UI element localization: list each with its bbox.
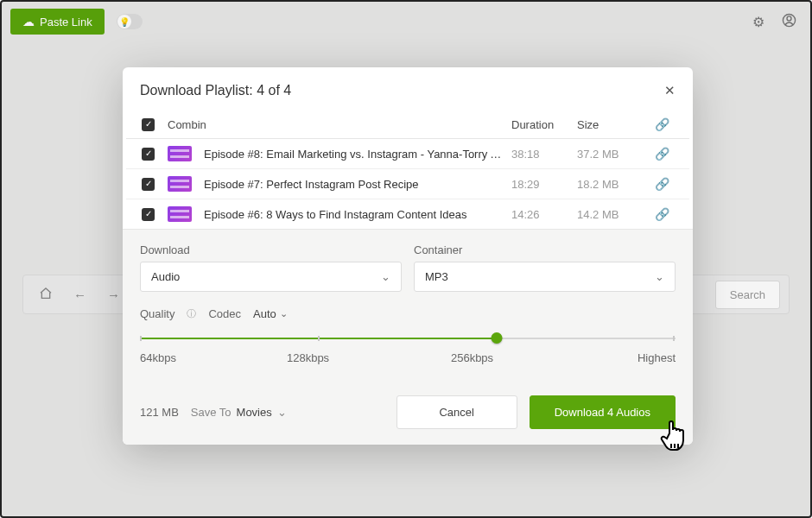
track-title: Episode #6: 8 Ways to Find Instagram Con… xyxy=(204,208,506,221)
cancel-button[interactable]: Cancel xyxy=(396,395,517,429)
modal-header: Download Playlist: 4 of 4 ✕ xyxy=(123,67,693,111)
track-checkbox[interactable]: ✓ xyxy=(142,148,155,161)
track-duration: 38:18 xyxy=(511,148,572,161)
column-title: Combin xyxy=(168,118,506,131)
track-checkbox[interactable]: ✓ xyxy=(142,178,155,191)
track-thumbnail xyxy=(168,206,192,222)
total-size: 121 MB xyxy=(140,406,179,419)
quality-label: Quality xyxy=(140,307,174,320)
app-window: ☁ Paste Link 💡 ⚙ ← → ⟳ Search Download P… xyxy=(0,0,812,518)
track-row: ✓ Episode #8: Email Marketing vs. Instag… xyxy=(126,139,689,169)
download-type-select[interactable]: Audio ⌄ xyxy=(140,262,402,292)
save-to-value: Movies xyxy=(237,406,272,419)
select-all-checkbox[interactable]: ✓ xyxy=(142,118,155,131)
cancel-label: Cancel xyxy=(439,406,473,419)
info-icon[interactable]: ⓘ xyxy=(187,307,196,320)
track-row: ✓ Episode #7: Perfect Instagram Post Rec… xyxy=(126,169,689,199)
container-value: MP3 xyxy=(425,270,448,283)
download-button-label: Download 4 Audios xyxy=(555,406,650,419)
chevron-down-icon: ⌄ xyxy=(381,270,390,283)
codec-select[interactable]: Auto ⌄ xyxy=(253,307,288,320)
download-type-label: Download xyxy=(140,243,402,256)
container-label: Container xyxy=(414,243,676,256)
slider-mark: 128kbps xyxy=(287,351,472,364)
slider-mark: Highest xyxy=(638,351,676,364)
codec-value: Auto xyxy=(253,307,276,320)
download-type-value: Audio xyxy=(151,270,180,283)
track-link-icon[interactable]: 🔗 xyxy=(650,147,674,161)
download-button[interactable]: Download 4 Audios xyxy=(530,395,676,429)
column-duration: Duration xyxy=(511,118,572,131)
modal-title: Download Playlist: 4 of 4 xyxy=(140,83,291,98)
column-size: Size xyxy=(577,118,644,131)
track-thumbnail xyxy=(168,176,192,192)
chevron-down-icon: ⌄ xyxy=(655,270,664,283)
track-checkbox[interactable]: ✓ xyxy=(142,208,155,221)
chevron-down-icon: ⌄ xyxy=(277,406,287,419)
track-title: Episode #7: Perfect Instagram Post Recip… xyxy=(204,178,506,191)
track-list-header: ✓ Combin Duration Size 🔗 xyxy=(126,111,689,139)
track-duration: 18:29 xyxy=(511,178,572,191)
container-select[interactable]: MP3 ⌄ xyxy=(414,262,676,292)
slider-mark: 64kbps xyxy=(140,351,306,364)
track-list: ✓ Combin Duration Size 🔗 ✓ Episode #8: E… xyxy=(123,111,693,229)
track-row: ✓ Episode #6: 8 Ways to Find Instagram C… xyxy=(126,199,689,229)
save-to-label: Save To xyxy=(191,406,232,419)
close-icon[interactable]: ✕ xyxy=(664,83,676,98)
link-icon: 🔗 xyxy=(650,117,674,131)
slider-mark: 256kbps xyxy=(451,351,638,364)
slider-marks: 64kbps 128kbps 256kbps Highest xyxy=(140,351,676,364)
track-size: 14.2 MB xyxy=(577,208,644,221)
download-playlist-modal: Download Playlist: 4 of 4 ✕ ✓ Combin Dur… xyxy=(123,67,693,445)
settings-panel: Download Audio ⌄ Container MP3 ⌄ Quality xyxy=(123,229,693,445)
track-thumbnail xyxy=(168,146,192,161)
track-size: 18.2 MB xyxy=(577,178,644,191)
codec-label: Codec xyxy=(208,307,241,320)
quality-slider[interactable] xyxy=(140,332,676,344)
chevron-down-icon: ⌄ xyxy=(280,308,288,319)
track-duration: 14:26 xyxy=(511,208,572,221)
track-link-icon[interactable]: 🔗 xyxy=(650,177,674,191)
track-link-icon[interactable]: 🔗 xyxy=(650,207,674,221)
track-title: Episode #8: Email Marketing vs. Instagra… xyxy=(204,148,506,161)
track-size: 37.2 MB xyxy=(577,148,644,161)
slider-knob[interactable] xyxy=(491,332,502,344)
save-to-picker[interactable]: Save To Movies ⌄ xyxy=(191,406,287,419)
